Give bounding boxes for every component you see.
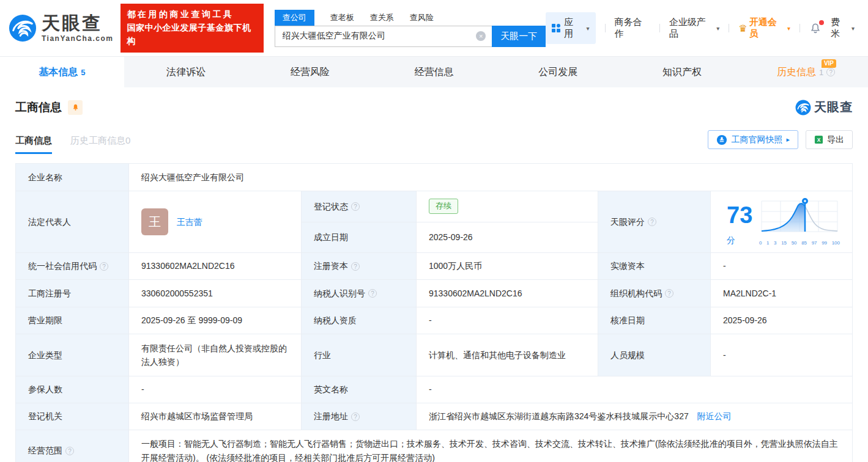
english-name-label: 英文名称 <box>302 376 417 403</box>
help-icon[interactable]: ? <box>351 202 360 211</box>
help-icon[interactable]: ? <box>351 413 360 421</box>
taxpayer-quali-value: - <box>417 307 598 334</box>
crown-icon: ♛ <box>738 23 747 34</box>
company-name-value: 绍兴大疆低空产业有限公司 <box>129 164 853 191</box>
tab-operating-risk[interactable]: 经营风险 <box>248 57 372 87</box>
user-menu[interactable]: 费米 ▾ <box>831 16 855 40</box>
label-text: 天眼评分 <box>610 215 645 229</box>
tab-legal-litigation[interactable]: 法律诉讼 <box>124 57 248 87</box>
help-icon[interactable]: ? <box>368 289 377 298</box>
search-input[interactable] <box>275 26 492 47</box>
nav-enterprise-products[interactable]: 企业级产品 ▾ <box>669 16 720 40</box>
page-header: 天眼查 TianYanCha.com 都在用的商业查询工具 国家中小企业发展子基… <box>0 0 868 56</box>
taxpayer-quali-label: 纳税人资质 <box>302 307 417 334</box>
tab-intellectual-property[interactable]: 知识产权 <box>620 57 744 87</box>
tianyancha-logo-icon <box>9 14 37 42</box>
search-tab-risk[interactable]: 查风险 <box>410 10 434 26</box>
apps-menu[interactable]: 应用 ▾ <box>546 12 595 44</box>
nav-enterprise-label: 企业级产品 <box>669 16 714 40</box>
company-tabbar: 基本信息 5 法律诉讼 经营风险 经营信息 公司发展 知识产权 VIP 历史信息… <box>0 56 868 87</box>
help-icon[interactable]: ? <box>648 218 656 226</box>
org-code-value: MA2LND2C-1 <box>711 280 853 307</box>
label-text: 注册资本 <box>314 259 348 273</box>
chevron-down-icon: ▾ <box>851 25 855 32</box>
apps-grid-icon <box>552 24 560 32</box>
nearby-companies-link[interactable]: 附近公司 <box>697 411 732 421</box>
tab-label: 历史信息 <box>777 66 816 79</box>
table-row: 营业期限 2025-09-26 至 9999-09-09 纳税人资质 - 核准日… <box>16 307 853 334</box>
subtab-business-info[interactable]: 工商信息 <box>15 135 52 154</box>
label-text: 登记状态 <box>314 200 348 213</box>
arrow-right-icon: ▸ <box>786 136 790 144</box>
paid-capital-label: 实缴资本 <box>598 253 711 280</box>
tab-count: 5 <box>81 68 85 77</box>
vip-badge: VIP <box>822 59 836 68</box>
chevron-down-icon: ▾ <box>586 25 589 32</box>
credit-code-label: 统一社会信用代码? <box>16 253 129 280</box>
business-scope-value: 一般项目：智能无人飞行器制造；智能无人飞行器销售；货物进出口；技术服务、技术开发… <box>129 430 853 462</box>
notifications-bell-icon[interactable] <box>809 22 822 34</box>
clear-search-icon[interactable]: × <box>476 31 486 41</box>
tab-count: 1 <box>819 68 823 77</box>
legal-rep-cell: 王 王吉蕾 <box>129 191 302 253</box>
reg-number-value: 330602000552351 <box>129 280 302 307</box>
monitor-bell-icon[interactable] <box>68 100 83 115</box>
help-icon[interactable]: ? <box>826 68 835 76</box>
table-row: 企业类型 有限责任公司（非自然人投资或控股的法人独资） 行业 计算机、通信和其他… <box>16 334 853 376</box>
chevron-down-icon: ▾ <box>787 25 790 32</box>
score-chart-ticks: 0131550859799100 <box>759 240 840 248</box>
business-term-value: 2025-09-26 至 9999-09-09 <box>129 307 302 334</box>
label-text: 统一社会信用代码 <box>28 259 97 273</box>
staff-size-value: - <box>711 334 853 376</box>
business-info-table: 企业名称 绍兴大疆低空产业有限公司 法定代表人 王 王吉蕾 登记状态? 存续 天… <box>15 163 853 462</box>
apps-label: 应用 <box>564 16 581 40</box>
search-tab-company[interactable]: 查公司 <box>275 10 314 26</box>
org-code-label: 组织机构代码? <box>598 280 711 307</box>
tab-operating-info[interactable]: 经营信息 <box>372 57 496 87</box>
svg-text:X: X <box>817 137 821 143</box>
help-icon[interactable]: ? <box>665 289 673 298</box>
help-icon[interactable]: ? <box>65 447 74 455</box>
tab-basic-info[interactable]: 基本信息 5 <box>0 57 124 87</box>
open-vip-button[interactable]: ♛ 开通会员 ▾ <box>738 16 790 40</box>
tianyancha-logo[interactable]: 天眼查 TianYanCha.com <box>9 14 113 42</box>
divider <box>605 24 606 32</box>
watermark-logo: 天眼查 <box>795 99 853 116</box>
slogan-line2: 国家中小企业发展子基金旗下机构 <box>127 21 257 48</box>
export-label: 导出 <box>827 134 844 145</box>
label-text: 纳税人识别号 <box>314 287 365 300</box>
reg-status-value: 存续 <box>417 191 598 222</box>
search-tab-relation[interactable]: 查关系 <box>370 10 394 26</box>
industry-label: 行业 <box>302 334 417 376</box>
header-nav: 应用 ▾ 商务合作 企业级产品 ▾ ♛ 开通会员 ▾ 费米 ▾ <box>546 12 855 44</box>
industry-value: 计算机、通信和其他电子设备制造业 <box>417 334 598 376</box>
export-button[interactable]: X 导出 <box>806 130 853 149</box>
credit-code-value: 91330602MA2LND2C16 <box>129 253 302 280</box>
approval-date-label: 核准日期 <box>598 307 711 334</box>
legal-rep-avatar[interactable]: 王 <box>141 208 168 235</box>
legal-rep-label: 法定代表人 <box>16 191 129 253</box>
tab-history-info[interactable]: VIP 历史信息 1 ? <box>744 57 868 87</box>
subtab-history-business-info[interactable]: 历史工商信息0 <box>70 135 130 154</box>
score-value: 73分 <box>727 197 759 248</box>
search-tab-boss[interactable]: 查老板 <box>330 10 354 26</box>
help-icon[interactable]: ? <box>351 262 360 271</box>
tab-company-development[interactable]: 公司发展 <box>496 57 620 87</box>
tab-label: 经营风险 <box>291 66 330 79</box>
search-button[interactable]: 天眼一下 <box>492 26 546 47</box>
tab-label: 经营信息 <box>415 66 454 79</box>
chevron-down-icon: ▾ <box>716 25 719 32</box>
tab-label: 法律诉讼 <box>166 66 206 79</box>
paid-capital-value: - <box>711 253 853 280</box>
divider <box>799 24 800 32</box>
help-icon[interactable]: ? <box>100 262 108 271</box>
nav-cooperation[interactable]: 商务合作 <box>614 16 650 40</box>
search-area: 查公司 查老板 查关系 查风险 × 天眼一下 <box>275 10 546 47</box>
reg-status-label: 登记状态? <box>302 191 417 222</box>
score-distribution-chart: 0131550859799100 <box>759 196 840 248</box>
official-snapshot-button[interactable]: 工商官网快照 ▸ <box>708 130 798 149</box>
staff-size-label: 人员规模 <box>598 334 711 376</box>
table-row: 经营范围? 一般项目：智能无人飞行器制造；智能无人飞行器销售；货物进出口；技术服… <box>16 430 853 462</box>
legal-rep-link[interactable]: 王吉蕾 <box>177 215 202 229</box>
business-scope-label: 经营范围? <box>16 430 129 462</box>
